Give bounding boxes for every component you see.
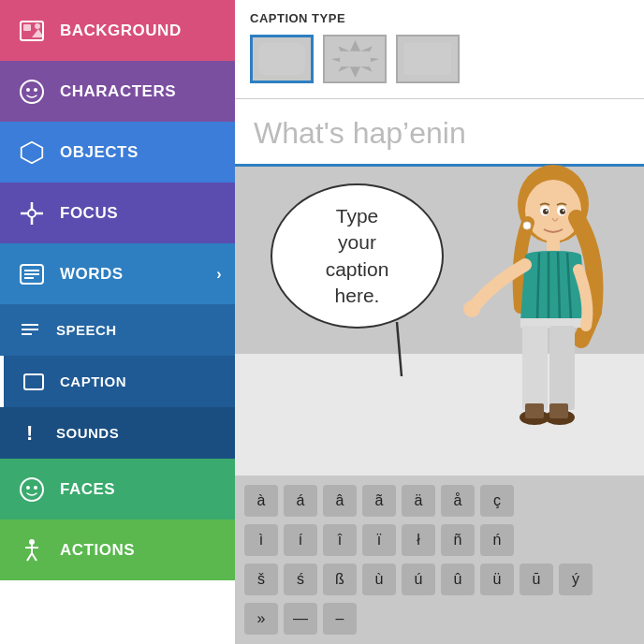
- sidebar-subitem-sounds-label: SOUNDS: [56, 425, 119, 441]
- characters-icon: [17, 77, 47, 107]
- char-btn-s-acute[interactable]: ś: [284, 564, 317, 595]
- svg-rect-43: [549, 326, 575, 410]
- background-icon: [17, 16, 47, 46]
- special-chars-panel: à á â ã ä å ç ì í î ï ł ñ ń š ś ß ù ú û …: [235, 476, 644, 644]
- caption-icon: [21, 369, 47, 395]
- char-btn-y-acute[interactable]: ý: [559, 564, 593, 595]
- sidebar-item-objects-label: OBJECTS: [60, 143, 139, 162]
- char-btn-c-cedil[interactable]: ç: [480, 485, 514, 517]
- char-row-1: à á â ã ä å ç: [242, 481, 637, 520]
- sidebar-item-faces-label: FACES: [60, 480, 115, 499]
- sidebar-item-focus-label: FOCUS: [60, 204, 118, 223]
- char-btn-l-stroke[interactable]: ł: [402, 524, 435, 556]
- char-btn-n-acute[interactable]: ń: [480, 524, 514, 556]
- char-btn-a-circ[interactable]: â: [323, 485, 357, 517]
- char-btn-a-uml[interactable]: ä: [402, 485, 435, 517]
- caption-type-rect[interactable]: [396, 35, 460, 83]
- sounds-icon: !: [17, 420, 43, 446]
- caption-type-rounded[interactable]: [250, 35, 314, 83]
- character-display: Type your caption here.: [235, 167, 644, 354]
- character-figure: [455, 162, 642, 452]
- focus-icon: [17, 198, 47, 228]
- char-btn-sharp-s[interactable]: ß: [323, 564, 357, 595]
- svg-point-52: [543, 209, 549, 214]
- char-row-2: ì í î ï ł ñ ń: [242, 520, 637, 560]
- sidebar-subitem-speech-label: SPEECH: [56, 322, 117, 338]
- svg-point-53: [560, 209, 565, 214]
- caption-type-burst[interactable]: [323, 35, 387, 83]
- svg-point-3: [35, 23, 40, 29]
- sidebar-subitem-caption[interactable]: CAPTION: [0, 356, 235, 407]
- sidebar-item-faces[interactable]: FACES: [0, 459, 235, 520]
- words-icon: [17, 259, 47, 289]
- svg-rect-31: [340, 51, 371, 66]
- sidebar-subitem-caption-label: CAPTION: [60, 373, 126, 389]
- main-content: CAPTION TYPE What's hap’: [235, 0, 644, 644]
- sidebar-subitem-speech[interactable]: SPEECH: [0, 304, 235, 356]
- caption-type-title: CAPTION TYPE: [250, 11, 629, 25]
- svg-point-44: [463, 300, 480, 317]
- faces-icon: [17, 475, 47, 505]
- char-btn-u-circ[interactable]: û: [441, 564, 475, 595]
- svg-point-6: [34, 88, 37, 92]
- sidebar: BACKGROUND CHARACTERS OBJECTS: [0, 0, 235, 644]
- actions-icon: [17, 535, 47, 565]
- sidebar-item-focus[interactable]: FOCUS: [0, 183, 235, 243]
- char-btn-u-uml[interactable]: ü: [480, 564, 514, 595]
- char-row-3: š ś ß ù ú û ü ū ý: [242, 560, 637, 599]
- char-btn-i-acute[interactable]: í: [284, 524, 317, 556]
- svg-point-22: [26, 486, 30, 490]
- char-btn-i-circ[interactable]: î: [323, 524, 357, 556]
- speech-bubble: Type your caption here.: [271, 183, 444, 329]
- char-btn-en-dash[interactable]: –: [323, 603, 357, 635]
- canvas-placeholder-text: What's hap’enin: [235, 99, 644, 167]
- char-btn-i-uml[interactable]: ï: [362, 524, 396, 556]
- sidebar-item-objects[interactable]: OBJECTS: [0, 122, 235, 183]
- sidebar-subitem-sounds[interactable]: ! SOUNDS: [0, 407, 235, 459]
- svg-point-54: [546, 210, 548, 212]
- svg-rect-47: [525, 403, 544, 418]
- svg-line-27: [27, 553, 32, 561]
- svg-point-12: [28, 210, 36, 217]
- svg-point-49: [523, 222, 531, 229]
- char-btn-s-caron[interactable]: š: [244, 564, 278, 595]
- char-btn-u-grave[interactable]: ù: [362, 564, 396, 595]
- svg-point-21: [21, 478, 43, 501]
- caption-type-panel: CAPTION TYPE: [235, 0, 644, 99]
- svg-point-5: [26, 88, 30, 92]
- char-btn-raquo[interactable]: »: [244, 603, 278, 635]
- sidebar-item-actions[interactable]: ACTIONS: [0, 520, 235, 580]
- svg-point-24: [29, 539, 35, 545]
- speech-bubble-container: Type your caption here.: [271, 183, 444, 329]
- sidebar-item-words-label: WORDS: [60, 265, 124, 284]
- canvas-area: What's hap’enin Type your caption here.: [235, 99, 644, 476]
- objects-icon: [17, 138, 47, 168]
- char-row-4: » — –: [242, 599, 637, 638]
- char-btn-a-tilde[interactable]: ã: [362, 485, 396, 517]
- char-btn-a-ring[interactable]: å: [441, 485, 475, 517]
- svg-point-4: [21, 80, 43, 103]
- svg-rect-48: [549, 403, 568, 418]
- svg-rect-32: [404, 43, 451, 75]
- svg-rect-29: [258, 43, 305, 75]
- sidebar-item-characters-label: CHARACTERS: [60, 82, 176, 101]
- svg-line-33: [397, 322, 402, 376]
- char-btn-em-dash[interactable]: —: [284, 603, 317, 635]
- sidebar-item-actions-label: ACTIONS: [60, 541, 135, 560]
- sidebar-item-words[interactable]: WORDS ›: [0, 243, 235, 304]
- char-btn-u-macron[interactable]: ū: [520, 564, 553, 595]
- svg-line-28: [32, 553, 37, 561]
- sidebar-item-background[interactable]: BACKGROUND: [0, 0, 235, 61]
- char-btn-a-grave[interactable]: à: [244, 485, 278, 517]
- char-btn-i-grave[interactable]: ì: [244, 524, 278, 556]
- bubble-tail: [378, 322, 416, 378]
- svg-point-55: [563, 210, 564, 212]
- svg-marker-7: [22, 141, 43, 163]
- sidebar-item-background-label: BACKGROUND: [60, 22, 182, 40]
- char-btn-u-acute[interactable]: ú: [402, 564, 435, 595]
- char-btn-a-acute[interactable]: á: [284, 485, 317, 517]
- words-chevron-icon: ›: [216, 266, 222, 283]
- caption-type-options: [250, 35, 629, 83]
- sidebar-item-characters[interactable]: CHARACTERS: [0, 61, 235, 122]
- char-btn-n-tilde[interactable]: ñ: [441, 524, 475, 556]
